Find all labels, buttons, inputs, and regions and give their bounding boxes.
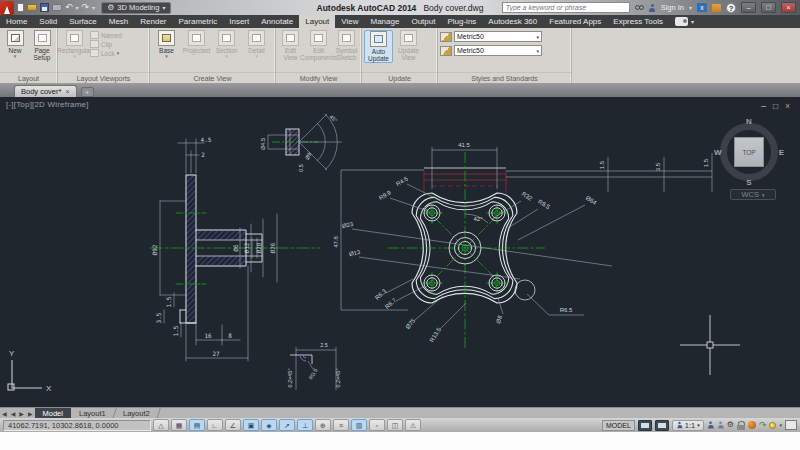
tab-solid[interactable]: Solid: [33, 15, 63, 28]
viewcube[interactable]: N S W E TOP: [716, 119, 782, 185]
model-paper-toggle[interactable]: MODEL: [602, 420, 635, 431]
new-tab-button[interactable]: +: [81, 87, 94, 97]
sign-in-button[interactable]: Sign In: [661, 3, 684, 12]
help-icon[interactable]: ?: [726, 3, 736, 13]
base-view-button[interactable]: Base ▾: [152, 30, 181, 60]
lineweight-toggle[interactable]: ≡: [333, 419, 349, 431]
viewcube-north[interactable]: N: [746, 117, 752, 126]
maximize-button[interactable]: □: [761, 2, 776, 13]
sign-in-dropdown-icon[interactable]: ▾: [689, 4, 692, 11]
rectangular-viewport-button[interactable]: Rectangular ▾: [60, 30, 89, 60]
tab-layout2[interactable]: Layout2: [113, 408, 160, 419]
autodesk360-icon[interactable]: [712, 4, 721, 12]
page-setup-button[interactable]: Page Setup: [29, 30, 55, 61]
snap-mode-toggle[interactable]: ▦: [171, 419, 187, 431]
annotation-monitor-toggle[interactable]: ⚠: [405, 419, 421, 431]
save-icon[interactable]: [40, 3, 49, 12]
open-file-icon[interactable]: [27, 4, 37, 11]
object-snap-tracking-toggle[interactable]: ↗: [279, 419, 295, 431]
viewcube-west[interactable]: W: [714, 148, 722, 157]
detail-view-button[interactable]: Detail ▾: [242, 30, 271, 60]
clean-screen-button[interactable]: [785, 420, 797, 430]
3d-object-snap-toggle[interactable]: ◈: [261, 419, 277, 431]
auto-update-button[interactable]: Auto Update: [364, 30, 393, 63]
new-file-icon[interactable]: [17, 3, 24, 12]
clip-viewport-button[interactable]: Clip: [90, 40, 122, 48]
infer-constraints-toggle[interactable]: △: [153, 419, 169, 431]
viewport-minimize-icon[interactable]: –: [761, 101, 766, 111]
object-snap-toggle[interactable]: ▣: [243, 419, 259, 431]
new-layout-button[interactable]: New ▾: [2, 30, 28, 60]
dimension-style-select[interactable]: Metric50 ▾: [454, 31, 542, 42]
exchange-apps-icon[interactable]: x: [697, 3, 707, 12]
status-menu-dropdown-icon[interactable]: ▾: [779, 422, 782, 428]
close-button[interactable]: ×: [781, 2, 796, 13]
tab-layout1[interactable]: Layout1: [69, 408, 116, 419]
tab-autodesk360[interactable]: Autodesk 360: [482, 15, 543, 28]
tab-model[interactable]: Model: [35, 408, 71, 419]
viewport-restore-icon[interactable]: □: [773, 101, 778, 111]
tab-express-tools[interactable]: Express Tools: [607, 15, 669, 28]
viewcube-east[interactable]: E: [779, 148, 784, 157]
screencast-icon[interactable]: [675, 17, 688, 26]
workspace-switcher[interactable]: ⚙ 3D Modeling ▾: [101, 2, 171, 14]
isolate-objects-lightbulb-icon[interactable]: [769, 422, 776, 429]
workspace-gear-icon[interactable]: ⚙: [727, 421, 734, 429]
tab-home[interactable]: Home: [0, 15, 33, 28]
ortho-mode-toggle[interactable]: ∟: [207, 419, 223, 431]
tab-output[interactable]: Output: [405, 15, 441, 28]
tab-view[interactable]: View: [335, 15, 364, 28]
toolbar-lock-icon[interactable]: [737, 421, 745, 430]
wcs-dropdown[interactable]: WCS ▾: [730, 189, 776, 200]
viewport-close-icon[interactable]: ×: [785, 101, 790, 111]
tab-insert[interactable]: Insert: [223, 15, 255, 28]
projected-view-button[interactable]: Projected: [182, 30, 211, 54]
section-view-button[interactable]: Section ▾: [212, 30, 241, 60]
minimize-button[interactable]: –: [741, 2, 756, 13]
search-icon[interactable]: [635, 5, 644, 10]
tab-annotate[interactable]: Annotate: [255, 15, 299, 28]
tab-plugins[interactable]: Plug-ins: [441, 15, 482, 28]
file-tab-body-cover[interactable]: Body cover* ×: [14, 85, 77, 97]
polar-tracking-toggle[interactable]: ∠: [225, 419, 241, 431]
tab-manage[interactable]: Manage: [365, 15, 406, 28]
search-input[interactable]: [502, 2, 630, 13]
last-tab-arrow-icon[interactable]: ▶: [26, 410, 35, 417]
performance-status-icon[interactable]: [748, 421, 756, 429]
ribbon-options-dropdown-icon[interactable]: ▾: [691, 18, 694, 25]
lock-viewport-button[interactable]: Lock ▾: [90, 49, 122, 57]
tab-mesh[interactable]: Mesh: [103, 15, 135, 28]
named-viewport-button[interactable]: Named: [90, 31, 122, 39]
autocad-logo-icon[interactable]: [0, 1, 14, 15]
dynamic-ucs-toggle[interactable]: ⊥: [297, 419, 313, 431]
quick-view-layouts-icon[interactable]: [638, 420, 652, 431]
transparency-toggle[interactable]: ▥: [351, 419, 367, 431]
redo-icon[interactable]: ↷: [82, 3, 90, 12]
viewcube-top-face[interactable]: TOP: [734, 137, 764, 167]
viewport-controls-label[interactable]: [-][Top][2D Wireframe]: [6, 100, 89, 109]
tab-surface[interactable]: Surface: [63, 15, 103, 28]
tab-layout[interactable]: Layout: [299, 15, 335, 28]
tab-featured-apps[interactable]: Featured Apps: [543, 15, 607, 28]
symbol-sketch-button[interactable]: Symbol Sketch: [334, 30, 359, 61]
next-tab-arrow-icon[interactable]: ▶: [17, 410, 26, 417]
undo-dropdown-icon[interactable]: ▾: [76, 4, 79, 11]
drawing-canvas[interactable]: 4.5 2 Ø92 Ø6 Ø12 Ø20 Ø26 1.5 3.5 1.5 16 …: [0, 97, 800, 407]
grid-display-toggle[interactable]: ▤: [189, 419, 205, 431]
annotation-style-select[interactable]: Metric50 ▾: [454, 45, 542, 56]
dynamic-input-toggle[interactable]: ⊕: [315, 419, 331, 431]
prev-tab-arrow-icon[interactable]: ◀: [9, 410, 18, 417]
annotation-visibility-icon[interactable]: [707, 421, 713, 428]
quick-properties-toggle[interactable]: ▫: [369, 419, 385, 431]
tab-render[interactable]: Render: [134, 15, 172, 28]
update-view-button[interactable]: Update View: [394, 30, 423, 61]
redo-dropdown-icon[interactable]: ▾: [92, 4, 95, 11]
auto-annotation-scale-icon[interactable]: [717, 421, 723, 428]
plot-icon[interactable]: [52, 4, 62, 11]
selection-cycling-toggle[interactable]: ◫: [387, 419, 403, 431]
quick-view-drawings-icon[interactable]: [655, 420, 669, 431]
edit-components-button[interactable]: Edit Components: [304, 30, 333, 61]
undo-icon[interactable]: ↶: [65, 3, 73, 12]
close-tab-icon[interactable]: ×: [65, 88, 69, 95]
viewcube-south[interactable]: S: [746, 178, 751, 187]
